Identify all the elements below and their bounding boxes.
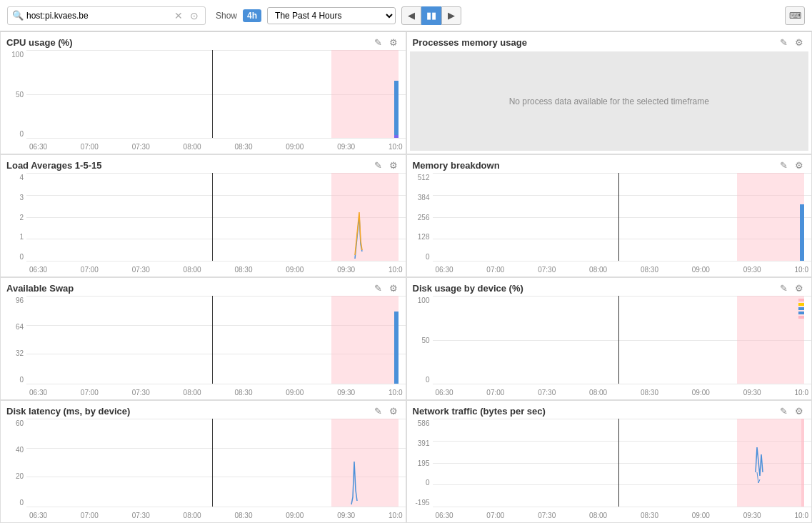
processes-memory-header: Processes memory usage ✎ ⚙ [407,32,812,50]
disk-usage-legend [798,296,804,384]
disk-latency-y-axis: 60 40 20 0 [1,419,26,507]
disk-usage-chart-wrapper: 100 50 0 06:30 07:00 07:3 [407,296,812,399]
network-traffic-header: Network traffic (bytes per sec) ✎ ⚙ [407,401,812,419]
available-swap-x-axis: 06:30 07:00 07:30 08:00 08:30 09:00 09:3… [26,384,406,399]
nav-pause-button[interactable]: ▮▮ [421,6,441,25]
cpu-usage-vline [212,50,213,138]
processes-memory-edit-button[interactable]: ✎ [778,36,790,49]
available-swap-panel: Available Swap ✎ ⚙ 96 64 32 0 [0,277,406,400]
load-averages-header: Load Averages 1-5-15 ✎ ⚙ [1,155,406,173]
disk-latency-svg [26,419,399,507]
disk-usage-panel: Disk usage by device (%) ✎ ⚙ 100 50 0 [406,277,813,400]
memory-breakdown-highlight [737,173,804,261]
processes-memory-actions: ✎ ⚙ [778,36,806,49]
load-averages-panel: Load Averages 1-5-15 ✎ ⚙ 4 3 2 1 0 [0,154,406,277]
disk-usage-actions: ✎ ⚙ [778,282,806,294]
clear-search-button[interactable]: ✕ [172,9,185,22]
disk-latency-actions: ✎ ⚙ [372,405,400,417]
nav-next-button[interactable]: ▶ [441,6,461,25]
memory-breakdown-x-axis: 06:30 07:00 07:30 08:00 08:30 09:00 09:3… [433,261,812,277]
memory-breakdown-y-axis: 512 384 256 128 0 [407,173,433,261]
search-input[interactable] [26,11,169,21]
processes-memory-panel: Processes memory usage ✎ ⚙ No process da… [406,31,813,154]
available-swap-chart-wrapper: 96 64 32 0 06:30 07:00 07:30 08:00 08:30 [1,296,406,399]
cpu-usage-header: CPU usage (%) ✎ ⚙ [1,32,406,50]
memory-breakdown-bar [800,204,804,262]
topbar: 🔍 ✕ ⊙ Show 4h The Past 4 Hours The Past … [0,0,812,31]
memory-breakdown-settings-button[interactable]: ⚙ [793,159,806,171]
load-averages-edit-button[interactable]: ✎ [372,159,384,171]
available-swap-edit-button[interactable]: ✎ [372,282,384,294]
available-swap-title: Available Swap [6,283,74,294]
cpu-usage-title: CPU usage (%) [6,37,72,48]
network-traffic-title: Network traffic (bytes per sec) [413,406,546,417]
available-swap-bar [394,312,399,384]
load-averages-settings-button[interactable]: ⚙ [387,159,400,171]
load-averages-actions: ✎ ⚙ [372,159,400,171]
disk-usage-title: Disk usage by device (%) [413,283,523,294]
network-traffic-chart-wrapper: 586 391 195 0 -195 [407,419,812,522]
disk-latency-title: Disk latency (ms, by device) [6,406,130,417]
cpu-usage-bar [394,81,399,138]
disk-latency-x-axis: 06:30 07:00 07:30 08:00 08:30 09:00 09:3… [26,507,406,522]
load-averages-y-axis: 4 3 2 1 0 [1,173,26,261]
disk-usage-highlight [737,296,804,384]
network-traffic-edit-button[interactable]: ✎ [778,405,790,417]
cpu-usage-panel: CPU usage (%) ✎ ⚙ 100 50 0 [0,31,406,154]
search-submit-button[interactable]: ⊙ [188,9,201,22]
memory-breakdown-vline [618,173,619,261]
disk-usage-settings-button[interactable]: ⚙ [793,282,806,294]
network-traffic-settings-button[interactable]: ⚙ [793,405,806,417]
network-traffic-x-axis: 06:30 07:00 07:30 08:00 08:30 09:00 09:3… [433,507,812,522]
disk-latency-edit-button[interactable]: ✎ [372,405,384,417]
load-averages-chart-wrapper: 4 3 2 1 0 06:30 07:00 [1,173,406,277]
cpu-usage-actions: ✎ ⚙ [372,36,400,49]
search-icon: 🔍 [12,10,24,21]
load-averages-x-axis: 06:30 07:00 07:30 08:00 08:30 09:00 09:3… [26,261,406,277]
memory-breakdown-title: Memory breakdown [413,160,500,171]
dashboard-grid: CPU usage (%) ✎ ⚙ 100 50 0 [0,31,812,523]
disk-latency-panel: Disk latency (ms, by device) ✎ ⚙ 60 40 2… [0,400,406,523]
cpu-usage-y-axis: 100 50 0 [1,50,26,138]
network-traffic-svg [433,419,805,507]
nav-prev-button[interactable]: ◀ [401,6,421,25]
keyboard-shortcut-button[interactable]: ⌨ [785,6,805,25]
cpu-usage-chart-wrapper: 100 50 0 06:30 07:00 07:30 08:00 [1,50,406,154]
cpu-usage-edit-button[interactable]: ✎ [372,36,384,49]
available-swap-vline [212,296,213,384]
available-swap-highlight [331,296,399,384]
cpu-usage-x-axis: 06:30 07:00 07:30 08:00 08:30 09:00 09:3… [26,138,406,154]
search-box: 🔍 ✕ ⊙ [7,6,206,25]
disk-usage-y-axis: 100 50 0 [407,296,433,384]
cpu-usage-settings-button[interactable]: ⚙ [387,36,400,49]
available-swap-y-axis: 96 64 32 0 [1,296,26,384]
time-badge: 4h [243,9,261,22]
processes-memory-title: Processes memory usage [413,37,527,48]
memory-breakdown-panel: Memory breakdown ✎ ⚙ 512 384 256 128 0 [406,154,813,277]
processes-memory-settings-button[interactable]: ⚙ [793,36,806,49]
cpu-usage-highlight [331,50,399,138]
network-traffic-actions: ✎ ⚙ [778,405,806,417]
show-label: Show [216,11,237,21]
load-averages-title: Load Averages 1-5-15 [6,160,101,171]
network-traffic-y-axis: 586 391 195 0 -195 [407,419,433,507]
memory-breakdown-edit-button[interactable]: ✎ [778,159,790,171]
disk-usage-header: Disk usage by device (%) ✎ ⚙ [407,278,812,296]
network-traffic-legend [801,419,804,507]
time-range-select[interactable]: The Past 4 Hours The Past Hour The Past … [267,7,396,24]
disk-usage-vline [618,296,619,384]
load-averages-svg [26,173,399,261]
processes-memory-no-data: No process data available for the select… [410,51,809,151]
memory-breakdown-header: Memory breakdown ✎ ⚙ [407,155,812,173]
memory-breakdown-actions: ✎ ⚙ [778,159,806,171]
disk-latency-chart-wrapper: 60 40 20 0 06:30 07:00 07:30 08:00 [1,419,406,522]
memory-breakdown-chart-wrapper: 512 384 256 128 0 06:30 07:00 07:30 [407,173,812,277]
disk-usage-x-axis: 06:30 07:00 07:30 08:00 08:30 09:00 09:3… [433,384,812,399]
disk-latency-settings-button[interactable]: ⚙ [387,405,400,417]
network-traffic-panel: Network traffic (bytes per sec) ✎ ⚙ 586 … [406,400,813,523]
disk-latency-header: Disk latency (ms, by device) ✎ ⚙ [1,401,406,419]
available-swap-header: Available Swap ✎ ⚙ [1,278,406,296]
nav-buttons: ◀ ▮▮ ▶ [401,6,461,25]
disk-usage-edit-button[interactable]: ✎ [778,282,790,294]
available-swap-settings-button[interactable]: ⚙ [387,282,400,294]
